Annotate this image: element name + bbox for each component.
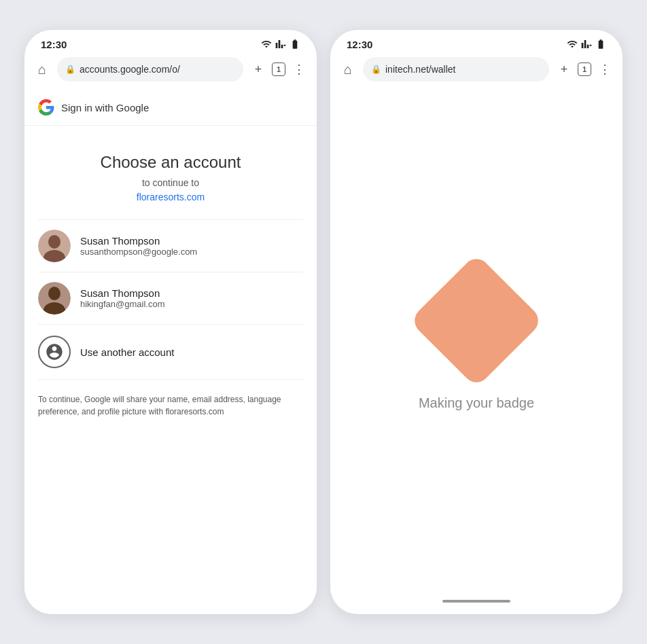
account-name-1: Susan Thompson (80, 235, 197, 247)
use-another-icon (38, 336, 71, 368)
badge-diamond (409, 253, 544, 388)
tab-count-right[interactable]: 1 (578, 62, 591, 76)
menu-btn-right[interactable]: ⋮ (595, 60, 614, 79)
status-icons-right (567, 39, 606, 50)
home-indicator-right (442, 600, 510, 603)
choose-account-content: Choose an account to continue to florare… (24, 153, 317, 431)
home-icon-right[interactable]: ⌂ (338, 60, 357, 79)
avatar-svg-1 (38, 230, 71, 262)
use-another-label: Use another account (80, 346, 174, 358)
account-email-1: susanthompson@google.com (80, 247, 197, 257)
new-tab-btn-left[interactable]: + (249, 60, 268, 79)
avatar-2 (38, 282, 71, 315)
lock-icon-right: 🔒 (371, 65, 381, 74)
home-icon[interactable]: ⌂ (33, 60, 52, 79)
account-info-1: Susan Thompson susanthompson@google.com (80, 235, 197, 257)
battery-icon-right (595, 39, 606, 50)
wifi-icon (261, 39, 272, 50)
account-email-2: hikingfan@gmail.com (80, 299, 164, 309)
account-name-2: Susan Thompson (80, 287, 164, 299)
tab-count-left[interactable]: 1 (272, 62, 285, 76)
battery-icon (290, 39, 300, 50)
svg-point-4 (48, 287, 60, 300)
use-another-item[interactable]: Use another account (38, 325, 303, 380)
address-bar-right[interactable]: 🔒 initech.net/wallet (363, 57, 549, 82)
choose-title: Choose an account (38, 153, 303, 172)
right-phone-content: Making your badge (330, 90, 623, 594)
status-icons-left (261, 39, 300, 50)
browser-nav-right: ⌂ 🔒 initech.net/wallet + 1 ⋮ (338, 57, 614, 82)
site-link[interactable]: floraresorts.com (38, 191, 303, 203)
google-header: Sign in with Google (24, 90, 317, 126)
continue-to: to continue to (38, 177, 303, 188)
google-logo (38, 99, 54, 115)
account-info-2: Susan Thompson hikingfan@gmail.com (80, 287, 164, 309)
site-link-anchor[interactable]: floraresorts.com (137, 192, 205, 202)
status-bar-left: 12:30 (24, 30, 317, 54)
account-list: Susan Thompson susanthompson@google.com (38, 219, 303, 380)
menu-btn-left[interactable]: ⋮ (290, 60, 309, 79)
url-left: accounts.google.com/o/ (80, 64, 235, 75)
address-bar-left[interactable]: 🔒 accounts.google.com/o/ (57, 57, 243, 82)
browser-actions-left: + 1 ⋮ (249, 60, 309, 79)
making-badge-text: Making your badge (419, 395, 534, 411)
status-time-right: 12:30 (347, 39, 372, 50)
wifi-icon-right (567, 39, 578, 50)
account-item-1[interactable]: Susan Thompson susanthompson@google.com (38, 220, 303, 272)
status-time-left: 12:30 (41, 39, 67, 50)
browser-actions-right: + 1 ⋮ (555, 60, 614, 79)
lock-icon-left: 🔒 (65, 65, 75, 74)
person-circle-icon (45, 342, 64, 361)
privacy-note: To continue, Google will share your name… (38, 393, 303, 431)
avatar-1 (38, 230, 71, 262)
new-tab-btn-right[interactable]: + (555, 60, 574, 79)
svg-point-1 (48, 235, 60, 249)
status-bar-right: 12:30 (330, 30, 623, 54)
browser-nav-left: ⌂ 🔒 accounts.google.com/o/ + 1 ⋮ (33, 57, 309, 82)
account-item-2[interactable]: Susan Thompson hikingfan@gmail.com (38, 272, 303, 325)
right-phone: 12:30 ⌂ 🔒 initech.net/wallet + 1 ⋮ Makin… (330, 30, 623, 614)
signal-icon (275, 39, 286, 50)
browser-chrome-right: ⌂ 🔒 initech.net/wallet + 1 ⋮ (330, 54, 623, 90)
browser-chrome-left: ⌂ 🔒 accounts.google.com/o/ + 1 ⋮ (24, 54, 317, 90)
bottom-bar-right (330, 594, 623, 614)
left-phone: 12:30 ⌂ 🔒 accounts.google.com/o/ + 1 ⋮ (24, 30, 317, 614)
signal-icon-right (581, 39, 592, 50)
avatar-svg-2 (38, 282, 71, 315)
page-content-left: Sign in with Google Choose an account to… (24, 90, 317, 614)
url-right: initech.net/wallet (385, 64, 541, 75)
google-header-text: Sign in with Google (61, 102, 149, 113)
